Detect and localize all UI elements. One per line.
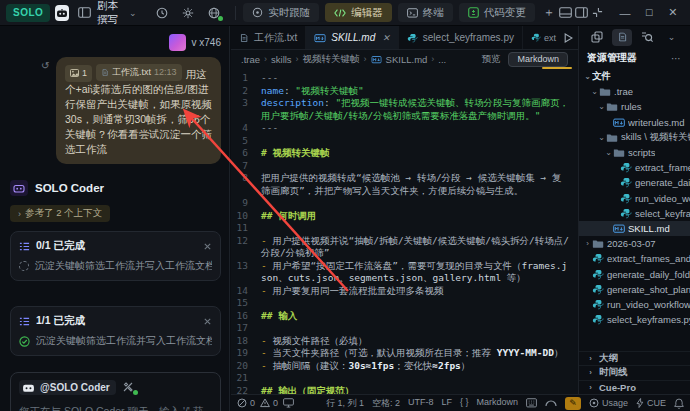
code-line[interactable]: 14- 用户要复用同一套流程批量处理多条视频 — [231, 285, 578, 298]
bell-icon[interactable] — [674, 398, 684, 409]
tree-row[interactable]: generate_shot_plan.py — [579, 282, 690, 297]
preview-toggle[interactable]: 预览 — [481, 53, 500, 66]
layout-bottom-icon[interactable] — [557, 4, 573, 22]
editor-tab-workflow-txt[interactable]: 工作流.txt — [231, 26, 306, 49]
code-area[interactable]: 1---2name: "视频转关键帧"3description: "把视频一键转… — [231, 68, 578, 394]
code-line[interactable]: 17 — [231, 322, 578, 335]
usage-indicator[interactable]: Usage — [589, 398, 628, 408]
sidebar-section-大纲[interactable]: ›大纲 — [579, 351, 690, 366]
code-line[interactable]: 21 — [231, 372, 578, 385]
statusbar-item[interactable]: 空格: 2 — [372, 397, 400, 410]
arc-icon[interactable] — [545, 399, 557, 407]
task-item[interactable]: 沉淀关键帧筛选工作流并写入工作流文档 — [19, 334, 212, 348]
code-line[interactable]: 2name: "视频转关键帧" — [231, 85, 578, 98]
code-line[interactable]: 11 — [231, 222, 578, 235]
breadcrumb-item[interactable]: 视频转关键帧 — [303, 53, 360, 66]
new-tab-button[interactable]: ＋ — [541, 4, 557, 22]
code-line[interactable]: 1--- — [231, 72, 578, 85]
layout-right-icon[interactable] — [573, 4, 589, 22]
close-tab-icon[interactable]: ✕ — [382, 33, 390, 43]
history-icon[interactable] — [151, 4, 173, 22]
minimize-button[interactable]: — — [614, 3, 636, 23]
toggle-panel-icon[interactable] — [77, 4, 93, 22]
tree-row[interactable]: run_video_workflow.py — [579, 297, 690, 312]
tree-row[interactable]: extract_frames_an... — [579, 160, 690, 175]
tree-row[interactable]: SKILL.md — [579, 221, 690, 236]
code-line[interactable]: 13- 用户希望“按固定工作流落盘”，需要可复现的目录与文件（frames.js… — [231, 260, 578, 285]
breadcrumb-item[interactable]: SKILL.md — [386, 54, 428, 65]
close-button[interactable]: ✕ — [662, 3, 684, 23]
code-line[interactable]: 15 — [231, 297, 578, 310]
code-line[interactable]: 16## 输入 — [231, 310, 578, 323]
code-line[interactable]: 19- 当天文件夹路径（可选，默认用视频所在目录；推荐 YYYY-MM-DD） — [231, 347, 578, 360]
chat-input-placeholder[interactable]: 您正在与 SOLO Coder 聊天，输入 '/' 获取更多能力，如 '/pla… — [19, 403, 212, 411]
chat-input-card[interactable]: @SOLO Coder 您正在与 SOLO Coder 聊天，输入 '/' 获取… — [10, 372, 221, 411]
chevron-down-icon[interactable]: ⌄ — [662, 29, 682, 46]
statusbar-item[interactable]: { } — [460, 397, 469, 410]
code-line[interactable]: 22## 输出（固定规范） — [231, 385, 578, 395]
tools-icon[interactable] — [122, 381, 136, 394]
gear-icon[interactable] — [177, 4, 199, 22]
breadcrumb-item[interactable]: skills — [271, 54, 292, 65]
tree-row[interactable]: generate_daily_fol... — [579, 175, 690, 190]
code-line[interactable]: 9 — [231, 197, 578, 210]
extensions-icon[interactable] — [587, 29, 607, 46]
tree-row[interactable]: select_keyframes.py — [579, 312, 690, 327]
code-line[interactable]: 6# 视频转关键帧 — [231, 147, 578, 160]
tree-row[interactable]: generate_daily_folder.py — [579, 266, 690, 281]
tree-row[interactable]: ⌄文件 — [579, 69, 690, 84]
code-line[interactable]: 10## 何时调用 — [231, 210, 578, 223]
sidebar-section-时间线[interactable]: ›时间线 — [579, 365, 690, 380]
tab-editor[interactable]: 编辑器 — [325, 3, 392, 22]
editor-tab-select-keyframes-py[interactable]: select_keyframes.py — [399, 26, 523, 49]
explorer-more-icon[interactable]: ⋯ — [671, 53, 682, 64]
editor-tab-skill-md[interactable]: SKILL.md ✕ — [306, 26, 398, 49]
statusbar-item[interactable]: 行 1, 列 1 — [326, 397, 364, 410]
context-references[interactable]: › 参考了 2 个上下文 — [10, 205, 110, 222]
code-line[interactable]: 4--- — [231, 122, 578, 135]
retry-icon[interactable]: ↺ — [41, 60, 49, 71]
problems-warnings[interactable]: 0 — [260, 398, 278, 408]
tree-row[interactable]: ⌄scripts — [579, 145, 690, 160]
tab-code-changes[interactable]: 代码变更 — [459, 3, 535, 22]
breadcrumb-item[interactable]: .trae — [241, 54, 260, 65]
code-line[interactable]: 8把用户提供的视频转成“候选帧池 → 转场/分段 → 候选关键帧集 → 复筛画廊… — [231, 172, 578, 197]
tree-row[interactable]: run_video_workflo... — [579, 191, 690, 206]
cue-indicator[interactable]: CUE — [636, 398, 666, 408]
tree-row[interactable]: ⌄.trae — [579, 84, 690, 99]
tree-row[interactable]: ⌄skills \ 视频转关键帧 — [579, 130, 690, 145]
problems-errors[interactable]: 0 — [237, 398, 255, 408]
tree-row[interactable]: ›2026-03-07 — [579, 236, 690, 251]
solo-robot-icon[interactable] — [55, 5, 68, 21]
code-line[interactable]: 7 — [231, 160, 578, 173]
code-line[interactable]: 18- 视频文件路径（必填） — [231, 335, 578, 348]
tree-row[interactable]: extract_frames_and_descr... — [579, 251, 690, 266]
avatar[interactable] — [169, 34, 186, 51]
account-globe-icon[interactable] — [203, 4, 225, 22]
tree-row[interactable]: writerules.md — [579, 115, 690, 130]
search-icon[interactable] — [637, 29, 657, 46]
statusbar-item[interactable]: Markdown — [476, 397, 518, 410]
task-item[interactable]: 沉淀关键帧筛选工作流并写入工作流文档 — [19, 259, 212, 273]
tree-row[interactable]: ⌄rules — [579, 99, 690, 114]
tab-live-follow[interactable]: 实时跟随 — [243, 3, 319, 22]
workspace-switcher[interactable]: 剧本撰写 ⌄ — [97, 0, 137, 27]
keyboard-icon[interactable] — [526, 398, 537, 408]
code-line[interactable]: 20- 抽帧间隔（建议：30s≈1fps；变化快≈2fps） — [231, 360, 578, 373]
python-ext-indicator[interactable]: ext — [531, 33, 556, 43]
collapse-icon[interactable] — [203, 242, 212, 251]
tab-terminal[interactable]: 终端 — [398, 3, 453, 22]
app-logo[interactable]: SOLO — [6, 4, 50, 22]
image-attachment-chip[interactable]: 1 — [65, 65, 92, 82]
ports-icon[interactable] — [283, 398, 294, 408]
file-reference-chip[interactable]: 工作流.txt 12:13 — [96, 64, 182, 81]
agent-chip[interactable]: @SOLO Coder — [19, 380, 116, 395]
tree-row[interactable]: select_keyframes.py — [579, 206, 690, 221]
breadcrumb-item[interactable]: ... — [438, 54, 446, 65]
sidebar-section-Cue-Pro[interactable]: ›Cue-Pro — [579, 380, 690, 395]
maximize-button[interactable]: ☐ — [638, 3, 660, 23]
statusbar-item[interactable]: LF — [441, 397, 452, 410]
language-mode-button[interactable]: Markdown — [508, 52, 568, 67]
ai-pen-icon[interactable]: ✎ — [565, 397, 581, 410]
collapse-icon[interactable] — [203, 317, 212, 326]
